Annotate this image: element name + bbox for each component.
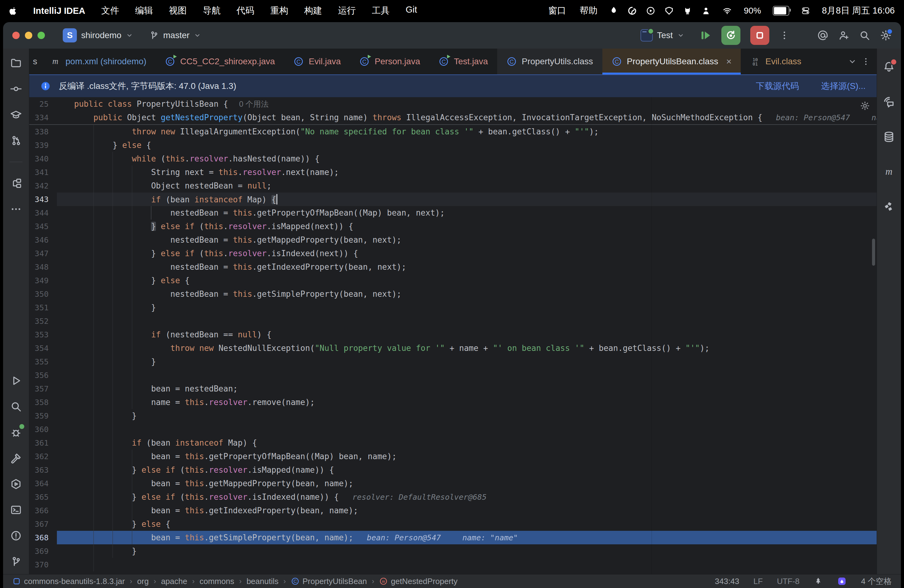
pine-tree-icon[interactable] [814,577,823,586]
line-number[interactable]: 362 [29,450,57,463]
zoom-window-button[interactable] [38,32,45,39]
line-number[interactable]: 352 [29,314,57,328]
tray-cat-icon[interactable] [683,6,692,15]
stripe-plugin-logo-icon[interactable] [881,199,897,215]
line-separator[interactable]: LF [753,577,763,586]
line-number[interactable]: 357 [29,382,57,395]
code-line-365[interactable]: 365 } else if (this.resolver.isIndexed(n… [29,490,877,504]
line-number[interactable]: 343 [29,193,57,206]
menu-item[interactable]: 构建 [304,5,322,17]
code-line-349[interactable]: 349 } else { [29,274,877,287]
code-line-368[interactable]: 368 bean = this.getSimpleProperty(bean, … [29,531,877,544]
breadcrumb-item[interactable]: mgetNestedProperty [379,577,458,586]
code-line-334[interactable]: 334 public Object getNestedProperty(Obje… [29,111,877,124]
lingma-plugin-icon[interactable] [837,576,847,586]
tab-cc5-cc2-shiroexp.java[interactable]: CCC5_CC2_shiroexp.java [156,49,284,74]
code-editor[interactable]: 25public class PropertyUtilsBean { 0 个用法… [29,97,877,574]
tab-person.java[interactable]: CPerson.java [350,49,429,74]
menu-item[interactable]: 视图 [169,5,186,17]
code-line-357[interactable]: 357 bean = nestedBean; [29,382,877,395]
breadcrumb-item[interactable]: org [137,577,149,586]
code-line-370[interactable]: 370 [29,558,877,571]
code-line-338[interactable]: 338 throw new IllegalArgumentException("… [29,125,877,138]
line-number[interactable]: 25 [29,97,57,111]
code-line-341[interactable]: 341 String next = this.resolver.next(nam… [29,166,877,179]
menu-item[interactable]: 重构 [270,5,288,17]
code-line-352[interactable]: 352 [29,314,877,328]
caret-position[interactable]: 343:43 [715,577,740,586]
stripe-build-icon[interactable] [8,450,24,466]
tray-swirl-icon[interactable] [627,6,637,15]
tray-droplet-icon[interactable] [609,6,618,15]
code-line-355[interactable]: 355 } [29,355,877,368]
line-number[interactable]: 344 [29,206,57,220]
line-number[interactable]: 360 [29,422,57,436]
line-number[interactable]: 356 [29,368,57,382]
code-line-340[interactable]: 340 while (this.resolver.hasNested(name)… [29,152,877,166]
line-number[interactable]: 355 [29,355,57,368]
settings-gear-icon[interactable] [880,30,892,41]
code-line-25[interactable]: 25public class PropertyUtilsBean { 0 个用法 [29,97,877,111]
breadcrumb-item[interactable]: apache [161,577,187,586]
line-number[interactable]: 359 [29,409,57,422]
menu-item[interactable]: 运行 [338,5,356,17]
code-line-360[interactable]: 360 [29,422,877,436]
code-line-343[interactable]: 343 if (bean instanceof Map) { [29,193,877,206]
line-number[interactable]: 364 [29,477,57,490]
tray-shield-icon[interactable] [664,6,674,15]
code-line-347[interactable]: 347 } else if (this.resolver.isIndexed(n… [29,247,877,260]
menu-item[interactable]: 帮助 [580,5,597,17]
line-number[interactable]: 348 [29,260,57,274]
download-sources-link[interactable]: 下载源代码 [756,80,799,92]
menu-item[interactable]: 编辑 [135,5,153,17]
code-line-344[interactable]: 344 nestedBean = this.getPropertyOfMapBe… [29,206,877,220]
line-number[interactable]: 349 [29,274,57,287]
code-line-367[interactable]: 367 } else { [29,517,877,531]
battery-icon[interactable] [773,6,789,16]
project-widget[interactable]: S shirodemo [63,28,133,43]
breadcrumb-item[interactable]: beanutils [247,577,278,586]
line-number[interactable]: 350 [29,287,57,301]
line-number[interactable]: 367 [29,517,57,531]
chevron-down-icon[interactable] [848,57,857,66]
line-number[interactable]: 342 [29,179,57,193]
close-window-button[interactable] [12,32,20,39]
stripe-debug-icon[interactable] [8,425,24,440]
file-encoding[interactable]: UTF-8 [777,577,800,586]
tab-pom.xml-shirodemo-[interactable]: mpom.xml (shirodemo) [41,49,156,74]
resume-program-button[interactable] [699,29,711,41]
tab-propertyutilsbean.class[interactable]: CPropertyUtilsBean.class× [602,49,741,74]
tab-s[interactable]: s [29,49,41,74]
code-line-369[interactable]: 369 } [29,544,877,558]
stripe-run-icon[interactable] [8,373,24,389]
close-tab-icon[interactable]: × [726,57,732,66]
menubar-clock[interactable]: 8月8日 周五 16:06 [822,5,895,17]
menu-item[interactable]: 导航 [202,5,220,17]
code-line-345[interactable]: 345 } else if (this.resolver.isMapped(ne… [29,220,877,233]
line-number[interactable]: 365 [29,490,57,504]
code-with-me-icon[interactable] [838,30,849,41]
stripe-git-branch-icon[interactable] [8,554,24,569]
more-vertical-icon[interactable] [861,57,871,66]
menu-item[interactable]: 代码 [237,5,254,17]
code-line-356[interactable]: 356 [29,368,877,382]
usages-hint[interactable]: 0 个用法 [239,100,269,108]
stripe-commit-icon[interactable] [8,81,24,96]
line-number[interactable]: 361 [29,436,57,450]
code-line-348[interactable]: 348 nestedBean = this.getIndexedProperty… [29,260,877,274]
code-line-366[interactable]: 366 bean = this.getIndexedProperty(bean,… [29,504,877,517]
vcs-branch-widget[interactable]: master [149,30,201,40]
line-number[interactable]: 346 [29,233,57,247]
breadcrumb-item[interactable]: commons-beanutils-1.8.3.jar [12,577,125,586]
menu-item[interactable]: Git [406,5,417,17]
code-line-362[interactable]: 362 bean = this.getPropertyOfMapBean((Ma… [29,450,877,463]
choose-sources-link[interactable]: 选择源(S)... [821,80,866,92]
menu-item[interactable]: 文件 [101,5,119,17]
stripe-more-horizontal-icon[interactable] [8,201,24,217]
line-number[interactable]: 369 [29,544,57,558]
rerun-debug-button[interactable] [721,26,740,45]
stripe-search-icon[interactable] [8,399,24,414]
line-number[interactable]: 358 [29,395,57,409]
search-everywhere-icon[interactable] [859,30,870,41]
line-number[interactable]: 353 [29,328,57,341]
